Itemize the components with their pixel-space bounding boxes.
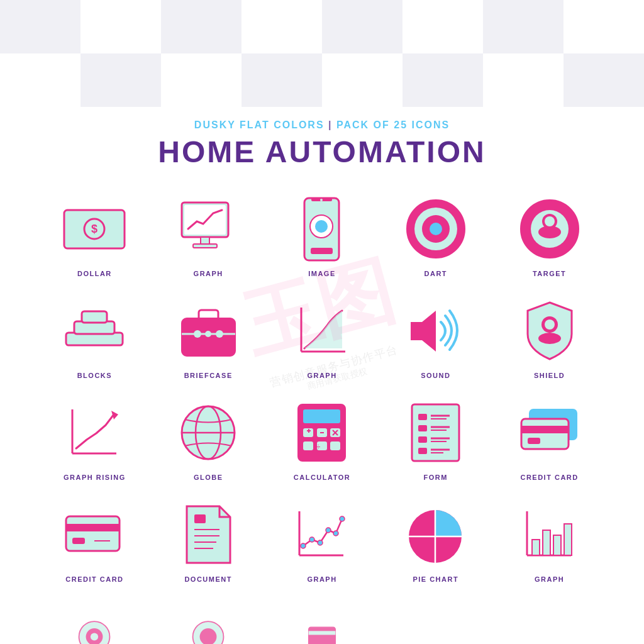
svg-point-29 <box>216 330 223 338</box>
graph-line-label: GRAPH <box>307 575 336 583</box>
icon-grid: $ DOLLAR GRAPH <box>0 175 644 644</box>
icon-partial-2 <box>152 596 265 644</box>
svg-rect-72 <box>521 426 569 433</box>
icon-graph-columns: GRAPH <box>492 494 606 589</box>
graph-columns-label: GRAPH <box>535 575 564 583</box>
partial-icon-1 <box>60 602 129 644</box>
document-label: DOCUMENT <box>184 575 232 583</box>
target-icon <box>515 194 584 264</box>
svg-rect-74 <box>66 516 119 551</box>
icon-credit-card: CREDIT CARD <box>492 392 606 487</box>
icon-graph-monitor: GRAPH <box>152 188 265 284</box>
svg-point-89 <box>333 531 338 536</box>
shield-label: SHIELD <box>534 372 565 379</box>
svg-point-16 <box>430 223 442 235</box>
form-label: FORM <box>424 474 448 481</box>
credit-card2-label: CREDIT CARD <box>65 575 123 583</box>
graph-monitor-icon <box>174 194 243 264</box>
svg-rect-44 <box>303 409 340 423</box>
svg-rect-75 <box>66 524 119 531</box>
icon-image: IMAGE <box>265 188 379 284</box>
dollar-label: DOLLAR <box>77 270 112 277</box>
globe-label: GLOBE <box>194 474 223 481</box>
svg-rect-12 <box>311 248 333 254</box>
pie-chart-label: PIE CHART <box>413 575 458 583</box>
dollar-icon: $ <box>60 194 129 264</box>
globe-icon <box>174 398 243 467</box>
svg-point-87 <box>318 540 323 545</box>
partial-icon-2 <box>174 602 243 644</box>
svg-rect-97 <box>543 530 550 555</box>
svg-rect-61 <box>418 425 427 431</box>
header-subtitle: DUSKY FLAT COLORS | PACK OF 25 ICONS <box>0 119 644 131</box>
blocks-label: BLOCKS <box>77 372 112 379</box>
calculator-icon: ÷ <box>287 398 357 467</box>
svg-rect-105 <box>309 627 336 644</box>
icon-graph-line: GRAPH <box>265 494 379 589</box>
checkerboard-header <box>0 0 644 107</box>
form-icon <box>401 398 470 467</box>
icon-globe: GLOBE <box>152 392 265 487</box>
svg-point-85 <box>301 543 306 548</box>
icon-sound: SOUND <box>379 290 492 386</box>
target-label: TARGET <box>533 270 566 277</box>
graph-rising-icon <box>60 398 129 467</box>
image-icon <box>287 194 357 264</box>
graph-bar-icon <box>287 296 357 365</box>
icon-graph-bar: GRAPH <box>265 290 379 386</box>
dart-icon <box>401 194 470 264</box>
icon-graph-rising: GRAPH RISING <box>38 392 152 487</box>
sound-icon <box>401 296 470 365</box>
icon-form: FORM <box>379 392 492 487</box>
svg-point-88 <box>326 528 331 533</box>
svg-text:÷: ÷ <box>316 443 321 452</box>
svg-rect-6 <box>193 244 217 248</box>
svg-rect-67 <box>418 448 427 454</box>
svg-rect-73 <box>528 438 540 444</box>
icon-partial-1 <box>38 596 152 644</box>
icon-partial-3 <box>265 596 379 644</box>
svg-point-36 <box>545 319 555 330</box>
credit-card2-icon <box>60 500 129 569</box>
icon-calculator: ÷ CALCULATOR <box>265 392 379 487</box>
svg-point-20 <box>538 226 561 238</box>
document-icon <box>174 500 243 569</box>
svg-point-21 <box>545 216 555 226</box>
icon-target: TARGET <box>492 188 606 284</box>
partial-icon-3 <box>287 602 357 644</box>
svg-rect-98 <box>553 535 561 555</box>
svg-point-90 <box>340 516 345 521</box>
svg-rect-64 <box>418 436 427 443</box>
svg-rect-50 <box>330 441 340 450</box>
svg-point-30 <box>205 331 211 337</box>
svg-rect-4 <box>184 205 226 235</box>
icon-credit-card2: CREDIT CARD <box>38 494 152 589</box>
svg-text:$: $ <box>91 223 97 235</box>
credit-card-icon <box>515 398 584 467</box>
icon-document: DOCUMENT <box>152 494 265 589</box>
svg-rect-58 <box>418 414 427 420</box>
icon-blocks: BLOCKS <box>38 290 152 386</box>
svg-rect-24 <box>82 311 107 323</box>
graph-columns-icon <box>515 500 584 569</box>
svg-point-102 <box>91 633 98 640</box>
svg-point-86 <box>309 537 314 542</box>
svg-rect-25 <box>182 318 235 356</box>
svg-point-28 <box>194 330 201 338</box>
icon-pie-chart: PIE CHART <box>379 494 492 589</box>
svg-rect-48 <box>303 441 313 450</box>
blocks-icon <box>60 296 129 365</box>
svg-rect-71 <box>521 419 569 449</box>
graph-line-icon <box>287 500 357 569</box>
image-label: IMAGE <box>308 270 336 277</box>
graph-rising-label: GRAPH RISING <box>64 474 126 481</box>
svg-marker-33 <box>411 311 436 352</box>
svg-rect-96 <box>532 540 540 555</box>
svg-rect-76 <box>72 538 85 544</box>
sound-label: SOUND <box>421 372 450 379</box>
credit-card-label: CREDIT CARD <box>520 474 578 481</box>
svg-rect-99 <box>564 524 572 555</box>
briefcase-icon <box>174 296 243 365</box>
svg-point-35 <box>538 333 561 344</box>
shield-icon <box>515 296 584 365</box>
